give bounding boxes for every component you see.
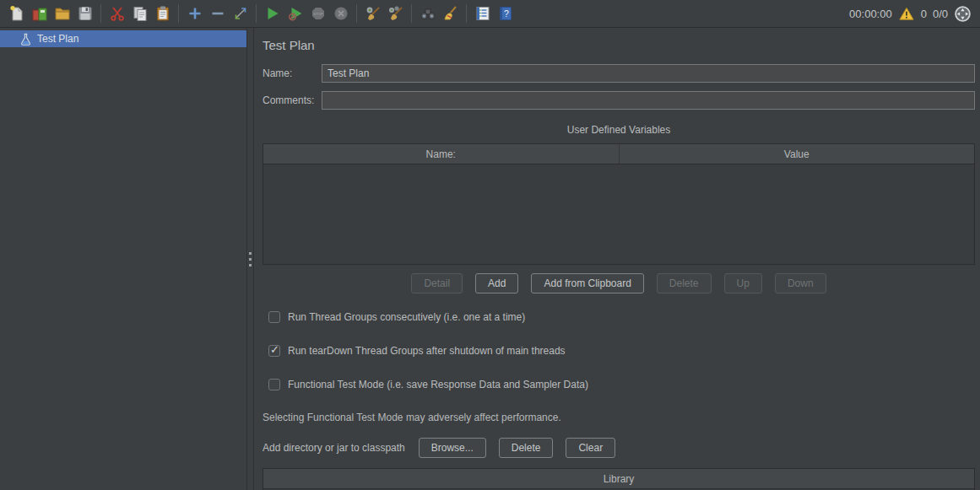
paste-icon — [154, 5, 171, 22]
toolbar-separator — [100, 4, 101, 23]
paste-button[interactable] — [151, 3, 174, 25]
splitter-handle[interactable] — [246, 28, 254, 490]
tree-node-test-plan[interactable]: Test Plan — [0, 30, 246, 47]
splitter-grip-dot — [249, 264, 252, 267]
toolbar-separator — [356, 4, 357, 23]
search-button[interactable] — [416, 3, 439, 25]
clear-icon — [365, 5, 382, 22]
expand-all-button[interactable] — [183, 3, 206, 25]
name-label: Name: — [263, 67, 322, 79]
checkbox-run-teardown[interactable]: Run tearDown Thread Groups after shutdow… — [268, 345, 975, 357]
stop-button[interactable]: STOP — [306, 3, 329, 25]
test-plan-config-panel: Test Plan Name: Comments: User Defined V… — [254, 28, 980, 490]
checkbox-label: Run tearDown Thread Groups after shutdow… — [288, 345, 566, 357]
browse-button[interactable]: Browse... — [419, 438, 486, 458]
cut-button[interactable] — [106, 3, 128, 25]
down-button[interactable]: Down — [775, 273, 826, 293]
splitter-grip-dot — [249, 252, 252, 255]
library-table-header: Library — [263, 469, 974, 489]
checkbox-run-consecutively[interactable]: Run Thread Groups consecutively (i.e. on… — [268, 311, 975, 323]
active-threads-icon — [954, 5, 972, 23]
help-button[interactable]: ? — [494, 3, 517, 25]
name-input[interactable] — [322, 64, 975, 83]
toolbar: STOP — [0, 0, 980, 28]
start-button[interactable] — [261, 3, 284, 25]
open-file-icon — [54, 5, 71, 22]
library-table: Library — [263, 468, 975, 490]
toolbar-separator — [411, 4, 412, 23]
shutdown-button[interactable] — [329, 3, 352, 25]
library-column-title: Library — [263, 469, 974, 488]
collapse-all-icon — [209, 5, 226, 22]
search-reset-button[interactable] — [439, 3, 462, 25]
save-button[interactable] — [73, 3, 96, 25]
toolbar-separator — [466, 4, 467, 23]
classpath-row: Add directory or jar to classpath Browse… — [263, 438, 975, 458]
help-icon: ? — [497, 5, 514, 22]
thread-counts: 0/0 — [933, 8, 948, 20]
collapse-all-button[interactable] — [206, 3, 229, 25]
detail-button[interactable]: Detail — [411, 273, 463, 293]
clear-all-button[interactable] — [384, 3, 407, 25]
elapsed-timer: 00:00:00 — [849, 8, 892, 20]
udv-section-title: User Defined Variables — [263, 124, 975, 136]
udv-column-value: Value — [619, 144, 975, 164]
log-errors-button[interactable] — [898, 6, 915, 22]
shutdown-icon — [333, 5, 349, 22]
name-field-row: Name: — [263, 64, 975, 83]
add-button[interactable]: Add — [475, 273, 518, 293]
toolbar-separator — [178, 4, 179, 23]
udv-table-body[interactable] — [263, 164, 974, 264]
checkbox-label: Run Thread Groups consecutively (i.e. on… — [288, 311, 525, 323]
comments-label: Comments: — [263, 94, 322, 106]
udv-table: Name: Value — [263, 143, 975, 265]
function-helper-button[interactable] — [471, 3, 494, 25]
classpath-label: Add directory or jar to classpath — [263, 442, 405, 454]
delete-classpath-button[interactable]: Delete — [499, 438, 554, 458]
start-icon — [264, 5, 281, 22]
copy-icon — [132, 5, 149, 22]
svg-text:STOP: STOP — [313, 12, 323, 16]
templates-button[interactable] — [28, 3, 51, 25]
copy-button[interactable] — [128, 3, 151, 25]
add-from-clipboard-button[interactable]: Add from Clipboard — [531, 273, 643, 293]
expand-all-icon — [187, 5, 203, 22]
tree-node-label: Test Plan — [37, 33, 79, 45]
main-window: Test Plan Test Plan Name: Comments: User… — [0, 28, 980, 490]
page-title: Test Plan — [263, 38, 975, 52]
new-file-button[interactable] — [5, 3, 28, 25]
cut-icon — [109, 5, 126, 22]
toggle-button[interactable] — [229, 3, 252, 25]
toggle-icon — [232, 5, 249, 22]
udv-column-name: Name: — [263, 144, 619, 164]
clear-button[interactable] — [361, 3, 384, 25]
checkbox-box — [268, 379, 280, 390]
clear-classpath-button[interactable]: Clear — [566, 438, 615, 458]
stop-icon: STOP — [310, 5, 327, 22]
functional-mode-note: Selecting Functional Test Mode may adver… — [263, 412, 975, 423]
test-plan-flask-icon — [19, 33, 32, 46]
checkbox-functional-test-mode[interactable]: Functional Test Mode (i.e. save Response… — [268, 379, 975, 390]
udv-button-row: Detail Add Add from Clipboard Delete Up … — [263, 273, 975, 293]
checkbox-label: Functional Test Mode (i.e. save Response… — [288, 379, 588, 390]
checkbox-box — [268, 311, 280, 323]
test-tree-panel: Test Plan — [0, 28, 246, 490]
start-no-timers-button[interactable] — [284, 3, 306, 25]
templates-icon — [31, 5, 48, 22]
search-icon — [420, 5, 436, 22]
function-helper-icon — [474, 5, 491, 22]
save-icon — [77, 5, 94, 22]
toolbar-status-area: 00:00:00 0 0/0 — [849, 5, 972, 23]
udv-table-header: Name: Value — [263, 144, 974, 164]
checkbox-box — [268, 345, 280, 357]
open-file-button[interactable] — [51, 3, 73, 25]
splitter-grip-dot — [249, 258, 252, 261]
delete-variable-button[interactable]: Delete — [657, 273, 712, 293]
comments-field-row: Comments: — [263, 91, 975, 110]
toolbar-separator — [256, 4, 257, 23]
comments-input[interactable] — [322, 91, 975, 110]
up-button[interactable]: Up — [724, 273, 762, 293]
new-file-icon — [8, 5, 25, 22]
start-no-timers-icon — [287, 5, 304, 22]
warning-triangle-icon — [898, 6, 915, 22]
